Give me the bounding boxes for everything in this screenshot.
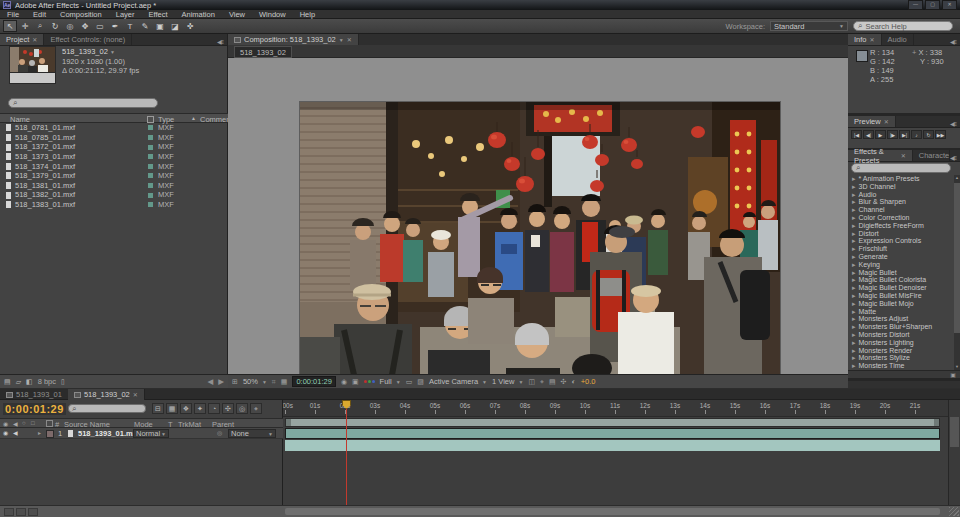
menu-item[interactable]: Effect — [141, 10, 174, 19]
project-bit-depth[interactable]: 8 bpc — [38, 377, 56, 386]
expand-arrow-icon[interactable] — [852, 191, 856, 199]
transport-button[interactable]: ◀| — [863, 130, 874, 139]
panel-menu-icon[interactable] — [950, 120, 960, 127]
effects-scrollbar[interactable]: ▲ ▼ — [954, 175, 960, 370]
project-row[interactable]: 518_1373_01.mxf MXF — [0, 152, 228, 162]
expand-arrow-icon[interactable] — [852, 222, 856, 230]
effect-category-row[interactable]: Generate — [848, 253, 954, 261]
zoom-in-icon[interactable] — [28, 508, 38, 516]
effect-category-row[interactable]: Monsters Distort — [848, 331, 954, 339]
close-icon[interactable] — [884, 118, 889, 125]
expand-arrow-icon[interactable] — [852, 261, 856, 269]
effect-category-row[interactable]: Distort — [848, 230, 954, 238]
menu-item[interactable]: Composition — [53, 10, 109, 19]
maximize-button[interactable]: ▢ — [925, 0, 940, 10]
effect-category-row[interactable]: 3D Channel — [848, 183, 954, 191]
viewer-comp-button[interactable]: 518_1393_02 — [234, 46, 292, 58]
menu-item[interactable]: Edit — [26, 10, 53, 19]
resize-grip[interactable] — [949, 507, 959, 516]
chevron-down-icon[interactable] — [110, 49, 115, 55]
tool-button[interactable]: ✒ — [108, 20, 122, 32]
layer-duration-bar[interactable] — [285, 428, 940, 439]
close-button[interactable]: ✕ — [942, 0, 957, 10]
composition-mini-flowchart-icon[interactable]: ⊟ — [152, 403, 164, 414]
draft-3d-icon[interactable]: ▦ — [166, 403, 178, 414]
timeline-track-area[interactable]: 0:00s01s02s03s04s05s06s07s08s09s10s11s12… — [283, 400, 948, 505]
menu-item[interactable]: View — [222, 10, 252, 19]
project-row[interactable]: 518_1381_01.mxf MXF — [0, 181, 228, 191]
brainstorm-icon[interactable]: ✣ — [222, 403, 234, 414]
show-channels-icon[interactable] — [364, 380, 375, 383]
project-column-headers[interactable]: Name Type ▲ Comment — [0, 113, 228, 123]
expand-arrow-icon[interactable] — [852, 198, 856, 206]
close-icon[interactable] — [347, 36, 352, 43]
close-icon[interactable] — [901, 152, 906, 159]
tab-character[interactable]: Characte — [913, 150, 950, 161]
transport-button[interactable]: ↻ — [923, 130, 934, 139]
menu-item[interactable]: Layer — [109, 10, 142, 19]
exposure-value[interactable]: +0.0 — [581, 377, 596, 386]
pixel-aspect-icon[interactable]: ◫ — [528, 378, 535, 386]
tool-button[interactable]: ▣ — [153, 20, 167, 32]
scrollbar-thumb[interactable] — [950, 417, 959, 447]
snapshot-camera-icon[interactable]: ◉ — [341, 378, 347, 386]
current-timecode[interactable]: 0:00:01:29 — [3, 403, 66, 415]
resolution-dropdown[interactable]: Full — [380, 377, 401, 386]
panel-menu-icon[interactable] — [950, 38, 960, 45]
effect-category-row[interactable]: Expression Controls — [848, 237, 954, 245]
effect-category-row[interactable]: Monsters Stylize — [848, 354, 954, 362]
expand-arrow-icon[interactable] — [852, 245, 856, 253]
tab-project[interactable]: Project — [0, 34, 44, 45]
transport-button[interactable]: ▶▶ — [935, 130, 946, 139]
tab-effect-controls[interactable]: Effect Controls: (none) — [44, 34, 132, 45]
transport-button[interactable]: ▶ — [875, 130, 886, 139]
workspace-dropdown[interactable]: Standard — [770, 21, 848, 31]
auto-keyframe-icon[interactable]: ◎ — [236, 403, 248, 414]
time-ruler[interactable]: 0:00s01s02s03s04s05s06s07s08s09s10s11s12… — [283, 400, 948, 417]
expand-layers-icon[interactable] — [4, 508, 14, 516]
expand-arrow-icon[interactable] — [852, 214, 856, 222]
tool-button[interactable]: ✥ — [78, 20, 92, 32]
expand-arrow-icon[interactable] — [852, 354, 856, 362]
project-row[interactable]: 518_1382_01.mxf MXF — [0, 190, 228, 200]
scroll-left-icon[interactable]: ◀ — [207, 377, 213, 386]
work-area-end-handle[interactable] — [934, 419, 939, 426]
motion-blur-icon[interactable]: ◔ — [208, 403, 220, 414]
effect-category-row[interactable]: Frischluft — [848, 245, 954, 253]
flowchart-icon[interactable]: ✣ — [561, 378, 567, 386]
minimize-button[interactable]: — — [908, 0, 923, 10]
tool-button[interactable]: ✎ — [138, 20, 152, 32]
expand-arrow-icon[interactable] — [852, 300, 856, 308]
expand-arrow-icon[interactable] — [852, 230, 856, 238]
expand-arrow-icon[interactable] — [852, 276, 856, 284]
transport-button[interactable]: |▶ — [887, 130, 898, 139]
effect-category-row[interactable]: Magic Bullet Denoiser — [848, 284, 954, 292]
scrollbar-thumb[interactable] — [954, 183, 960, 333]
tab-audio[interactable]: Audio — [882, 34, 914, 45]
effect-category-row[interactable]: Monsters Adjust — [848, 315, 954, 323]
expand-arrow-icon[interactable]: ▸ — [38, 429, 41, 436]
menu-item[interactable]: File — [0, 10, 26, 19]
mask-visibility-icon[interactable]: ▦ — [281, 378, 288, 386]
scroll-right-icon[interactable]: ▶ — [218, 377, 224, 386]
effect-category-row[interactable]: Magic Bullet Colorista — [848, 276, 954, 284]
expand-arrow-icon[interactable] — [852, 315, 856, 323]
transparency-grid-icon[interactable]: ▨ — [417, 378, 424, 386]
effects-search-field[interactable] — [851, 163, 951, 173]
tab-preview[interactable]: Preview — [848, 116, 896, 127]
layer-row[interactable]: ◉ ◀ ▸ 1 518_1393_01.mxf Normal ◎ None — [0, 428, 283, 439]
camera-view-dropdown[interactable]: Active Camera — [429, 377, 487, 386]
project-row[interactable]: 518_1374_01.mxf MXF — [0, 162, 228, 172]
graph-editor-icon[interactable]: ⌖ — [250, 403, 262, 414]
effect-category-row[interactable]: Monsters Render — [848, 347, 954, 355]
effect-category-row[interactable]: Monsters Blur+Sharpen — [848, 323, 954, 331]
expand-arrow-icon[interactable] — [852, 339, 856, 347]
tab-effects-presets[interactable]: Effects & Presets — [848, 150, 913, 161]
effect-category-row[interactable]: Monsters Lighting — [848, 339, 954, 347]
timeline-tab-2[interactable]: 518_1393_02 — [68, 389, 145, 400]
menu-item[interactable]: Animation — [175, 10, 222, 19]
project-row[interactable]: 518_1383_01.mxf MXF — [0, 200, 228, 210]
tool-button[interactable]: ◎ — [63, 20, 77, 32]
effect-category-row[interactable]: Color Correction — [848, 214, 954, 222]
project-row[interactable]: 518_1379_01.mxf MXF — [0, 171, 228, 181]
